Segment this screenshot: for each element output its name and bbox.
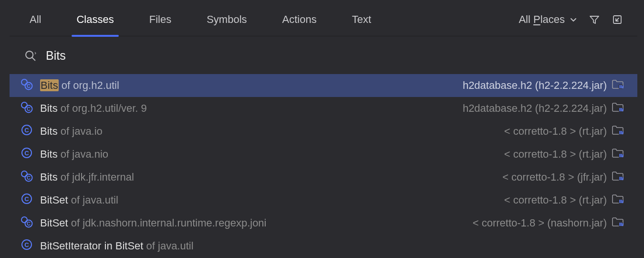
svg-text:C: C xyxy=(27,83,31,89)
result-qualifier: of java.util xyxy=(68,194,118,206)
result-left: C BitSet of java.util xyxy=(20,193,118,208)
svg-rect-21 xyxy=(621,131,622,134)
result-row[interactable]: C Bits of java.nio < corretto-1.8 > (rt.… xyxy=(10,143,637,166)
result-name-container: BitSet of java.util xyxy=(40,194,118,206)
result-name-container: Bits of org.h2.util/ver. 9 xyxy=(40,102,147,115)
svg-rect-15 xyxy=(621,108,622,111)
class-icon: C xyxy=(20,193,33,208)
library-folder-icon xyxy=(612,79,624,92)
result-location: h2database.h2 (h2-2.2.224.jar) xyxy=(463,102,607,115)
tab-files[interactable]: Files xyxy=(144,3,177,36)
result-name-container: BitSetIterator in BitSet of java.util xyxy=(40,240,194,252)
result-left: C Bits of java.io xyxy=(20,124,103,139)
result-row[interactable]: C Bits of jdk.jfr.internal < corretto-1.… xyxy=(10,166,637,189)
result-highlight: Bits xyxy=(40,79,59,91)
class-icon: C xyxy=(20,147,33,162)
tab-classes[interactable]: Classes xyxy=(71,3,119,36)
result-row[interactable]: C Bits of org.h2.util/ver. 9 h2database.… xyxy=(10,97,637,120)
result-name: Bits xyxy=(40,171,58,183)
result-name-container: Bits of org.h2.util xyxy=(40,79,119,92)
result-name-container: BitSet of jdk.nashorn.internal.runtime.r… xyxy=(40,217,267,229)
tab-bar: All Classes Files Symbols Actions Text A… xyxy=(10,3,637,36)
result-qualifier: of java.io xyxy=(58,125,103,137)
class-icon: C xyxy=(20,78,33,93)
search-icon xyxy=(24,49,37,63)
svg-rect-8 xyxy=(621,85,622,88)
svg-rect-46 xyxy=(620,223,621,226)
open-in-tool-window-button[interactable] xyxy=(612,14,623,25)
library-folder-icon xyxy=(612,125,624,138)
class-icon: C xyxy=(20,238,33,254)
result-location: < corretto-1.8 > (rt.jar) xyxy=(504,125,607,138)
result-row[interactable]: C BitSetIterator in BitSet of java.util xyxy=(10,235,637,258)
class-icon: C xyxy=(20,170,33,185)
result-left: C Bits of org.h2.util/ver. 9 xyxy=(20,101,147,116)
svg-rect-34 xyxy=(621,177,622,180)
svg-rect-26 xyxy=(620,154,621,157)
result-name-container: Bits of java.nio xyxy=(40,148,108,161)
svg-text:C: C xyxy=(24,195,29,203)
result-qualifier: of java.nio xyxy=(58,148,108,160)
svg-rect-27 xyxy=(621,154,622,157)
library-folder-icon xyxy=(612,148,624,161)
svg-rect-20 xyxy=(620,131,621,134)
search-input[interactable] xyxy=(46,49,623,63)
open-in-window-icon xyxy=(612,14,623,25)
svg-rect-33 xyxy=(620,177,621,180)
result-location: h2database.h2 (h2-2.2.224.jar) xyxy=(463,79,607,92)
class-icon: C xyxy=(20,215,33,231)
tab-symbols[interactable]: Symbols xyxy=(201,3,252,36)
library-folder-icon xyxy=(612,216,624,230)
result-left: C Bits of org.h2.util xyxy=(20,78,119,93)
class-icon: C xyxy=(20,101,33,116)
result-qualifier: of java.util xyxy=(143,240,193,252)
svg-rect-14 xyxy=(620,108,621,111)
results-list: C Bits of org.h2.util h2database.h2 (h2-… xyxy=(10,71,637,258)
library-folder-icon xyxy=(612,171,624,184)
svg-text:C: C xyxy=(24,127,29,134)
result-location: < corretto-1.8 > (rt.jar) xyxy=(504,148,607,161)
result-qualifier: of org.h2.util/ver. 9 xyxy=(58,102,147,114)
result-row[interactable]: C Bits of org.h2.util h2database.h2 (h2-… xyxy=(10,74,637,97)
tab-actions[interactable]: Actions xyxy=(277,3,322,36)
result-name: Bits xyxy=(40,125,58,137)
svg-text:C: C xyxy=(27,106,31,112)
class-icon: C xyxy=(20,124,33,139)
result-left: C Bits of jdk.jfr.internal xyxy=(20,170,134,185)
svg-rect-7 xyxy=(620,85,621,88)
svg-rect-40 xyxy=(621,200,622,203)
tab-text[interactable]: Text xyxy=(346,3,377,36)
svg-text:C: C xyxy=(27,221,31,226)
toolbar-right: All Places xyxy=(519,13,623,26)
search-everywhere-popup: All Classes Files Symbols Actions Text A… xyxy=(10,3,637,258)
result-name-container: Bits of java.io xyxy=(40,125,103,138)
chevron-down-icon xyxy=(570,16,577,23)
result-row[interactable]: C Bits of java.io < corretto-1.8 > (rt.j… xyxy=(10,120,637,143)
result-qualifier: of org.h2.util xyxy=(59,79,119,91)
svg-rect-39 xyxy=(620,200,621,203)
result-location: < corretto-1.8 > (rt.jar) xyxy=(504,194,607,206)
svg-rect-47 xyxy=(621,223,622,226)
library-folder-icon xyxy=(612,102,624,115)
result-location: < corretto-1.8 > (nashorn.jar) xyxy=(473,217,607,229)
svg-text:C: C xyxy=(27,175,31,181)
result-name-container: Bits of jdk.jfr.internal xyxy=(40,171,134,183)
result-name: BitSet xyxy=(40,194,68,206)
filter-icon xyxy=(589,14,600,25)
result-name: BitSet xyxy=(40,217,68,229)
result-name: BitSetIterator in BitSet xyxy=(40,240,143,252)
result-left: C Bits of java.nio xyxy=(20,147,108,162)
svg-text:C: C xyxy=(24,241,29,248)
result-row[interactable]: C BitSet of java.util < corretto-1.8 > (… xyxy=(10,189,637,212)
svg-text:C: C xyxy=(24,150,29,157)
result-name: Bits xyxy=(40,102,58,114)
result-qualifier: of jdk.nashorn.internal.runtime.regexp.j… xyxy=(68,217,267,229)
tab-all[interactable]: All xyxy=(24,3,47,36)
result-name: Bits xyxy=(40,148,58,160)
result-location: < corretto-1.8 > (jfr.jar) xyxy=(502,171,607,183)
result-qualifier: of jdk.jfr.internal xyxy=(58,171,134,183)
result-left: C BitSet of jdk.nashorn.internal.runtime… xyxy=(20,215,267,231)
result-row[interactable]: C BitSet of jdk.nashorn.internal.runtime… xyxy=(10,212,637,235)
filter-button[interactable] xyxy=(589,14,600,25)
scope-selector[interactable]: All Places xyxy=(519,13,577,26)
